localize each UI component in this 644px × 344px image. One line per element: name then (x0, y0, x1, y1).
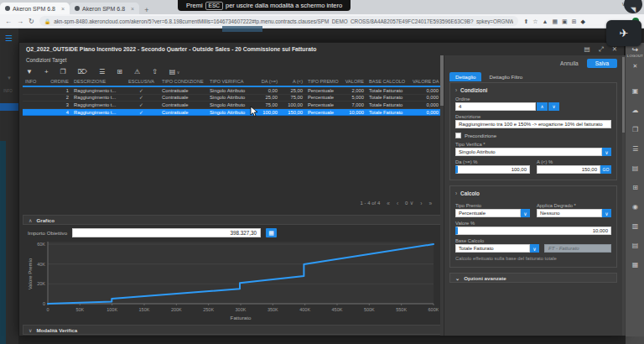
document-icon[interactable]: ▤ (632, 164, 639, 172)
warning-icon[interactable]: ⚠ (134, 68, 140, 76)
tab-dettaglio[interactable]: Dettaglio (449, 72, 481, 81)
browser-tab-2[interactable]: Akeron SPM 6.8 × (70, 3, 139, 14)
toast-text: per uscire dalla modalità a schermo inte… (226, 2, 342, 9)
copy-icon[interactable]: ❐ (632, 126, 638, 133)
column-header[interactable]: TIPO CONDIZIONE (159, 79, 207, 84)
tab-dettaglio-filtro[interactable]: Dettaglio Filtro (483, 72, 528, 81)
table-row[interactable]: 3Raggiungimento t...✓ContrattualeSingolo… (23, 102, 441, 109)
chevron-down-icon[interactable]: ∨ (602, 209, 611, 217)
go-button[interactable]: GO (600, 165, 611, 174)
annulla-button[interactable]: Annulla (560, 60, 579, 66)
save-icon[interactable]: ▣ (632, 87, 639, 95)
expand-icon[interactable]: ⤢ (599, 45, 604, 54)
export-icon[interactable]: ▤ ∨ (169, 68, 180, 76)
list-icon[interactable]: ☰ (632, 145, 638, 153)
cloud-icon[interactable]: ☁ (632, 107, 639, 114)
browser-tab-1[interactable]: Akeron SPM 6.8 × (0, 3, 70, 14)
a-input[interactable]: 150,00 (537, 165, 600, 174)
filter-icon[interactable]: ▼ (26, 68, 33, 76)
importo-obiettivo-label: Importo Obiettivo (28, 230, 67, 236)
chart-refresh-button[interactable]: ▦ (266, 228, 277, 237)
caret-down-icon: ∨ (175, 70, 179, 75)
tab-close-icon[interactable]: × (131, 6, 134, 12)
grid-extension-icon[interactable]: ⊞ (572, 18, 577, 24)
column-header[interactable]: TIPO VERIFICA (207, 79, 255, 84)
app-background: ☰ ▼ INFO Q2_2022_OUTSIDE Piano Incentivo… (0, 29, 644, 344)
next-page-icon[interactable]: › (420, 201, 422, 206)
report-icon[interactable]: ▤ (584, 45, 590, 53)
address-bar[interactable]: 🔒 akn-spm-8480.akeroncloud.com/akeron/5?… (39, 16, 519, 26)
svg-text:200K: 200K (171, 307, 182, 312)
applica-degrado-select[interactable]: Nessuno ∨ (537, 209, 611, 217)
info-icon[interactable]: ◉ (632, 203, 638, 211)
last-page-icon[interactable]: » (428, 201, 432, 206)
condizioni-section-header[interactable]: ›Condizioni (455, 87, 611, 93)
pin-extension-icon[interactable]: ◆ (581, 18, 585, 24)
importo-obiettivo-input[interactable]: 398.327,30 (72, 228, 261, 237)
chevron-down-icon[interactable]: ∨ (530, 244, 539, 253)
base-calcolo-select[interactable]: Totale Fatturato ∨ (455, 244, 539, 253)
column-header[interactable]: A (<) (280, 79, 305, 84)
tipo-verifica-select[interactable]: Singolo Attributo ∨ (455, 148, 611, 156)
column-header[interactable]: VALORE DA (410, 79, 441, 84)
prev-page-icon[interactable]: ‹ (397, 201, 398, 206)
row-density-icon[interactable]: ☰ (99, 68, 105, 76)
file-export-icon[interactable]: ▦ (632, 261, 639, 268)
column-header[interactable]: DESCRIZIONE (71, 79, 123, 84)
file-add-icon[interactable]: ▤ (632, 242, 639, 249)
menu-icon[interactable]: ☰ (5, 34, 13, 43)
new-tab-button[interactable]: + (139, 6, 153, 14)
table-row[interactable]: 1Raggiungimento t...✓ContrattualeSingolo… (23, 87, 441, 95)
site-security-icon[interactable]: 🔒 (44, 18, 51, 24)
column-header[interactable]: VALORE (341, 79, 366, 84)
descrizione-input[interactable]: Raggiungimento tra 100 e 150% -> erogazi… (455, 120, 611, 128)
precondizione-checkbox[interactable] (455, 133, 461, 138)
opzioni-avanzate-section-header[interactable]: ⌄ Opzioni avanzate (449, 273, 617, 283)
panel-scrollbar[interactable] (622, 55, 625, 336)
column-header[interactable]: INFO (23, 79, 42, 84)
password-extension-icon[interactable]: ▣ (562, 18, 568, 24)
tipo-premio-select[interactable]: Percentuale ∨ (455, 209, 530, 217)
upload-icon[interactable]: ⇧ (152, 68, 158, 76)
add-icon[interactable]: + (44, 68, 49, 76)
close-panel-icon[interactable]: ✕ (633, 63, 638, 70)
page-select[interactable]: 0 ∨ (405, 200, 413, 206)
valore-input[interactable]: 10,000 (455, 227, 611, 235)
back-icon[interactable]: ← (5, 18, 12, 25)
chevron-down-icon[interactable]: ∨ (521, 209, 530, 217)
duplicate-icon[interactable]: ❐ (60, 68, 66, 76)
column-header[interactable]: DA (>=) (255, 79, 280, 84)
forward-icon[interactable]: → (17, 18, 23, 25)
bookmark-star-icon[interactable]: ☆ (532, 18, 538, 24)
grid-icon[interactable]: ⊞ (632, 184, 638, 191)
step-down-icon[interactable]: ∨ (548, 102, 559, 111)
tab-close-icon[interactable]: × (61, 6, 65, 12)
salva-button[interactable]: Salva (587, 59, 617, 68)
chevron-down-icon[interactable]: ∨ (602, 148, 611, 156)
delete-icon[interactable]: ⌦ (78, 68, 87, 76)
column-header[interactable]: TIPO PREMIO (305, 79, 341, 84)
drive-extension-icon[interactable]: ▲ (543, 18, 548, 24)
first-page-icon[interactable]: « (387, 201, 390, 206)
table-row[interactable]: 2Raggiungimento t...✓ContrattualeSingolo… (23, 95, 441, 102)
table-row[interactable]: 4Raggiungimento t...✓ContrattualeSingolo… (23, 109, 441, 117)
screenshare-overlay-button[interactable]: ✈ (606, 20, 641, 46)
modalita-verifica-section-header[interactable]: ∨ Modalità Verifica (23, 325, 441, 335)
da-input[interactable]: 100,00 (455, 165, 530, 174)
column-header[interactable]: BASE CALCOLO (366, 79, 410, 84)
column-header[interactable]: ORDINE (42, 79, 71, 84)
columns-icon[interactable]: ⊞ (117, 68, 122, 76)
share-icon[interactable]: ⬆ (523, 18, 528, 24)
grafico-section-header[interactable]: ∧ Grafico (23, 215, 441, 225)
ordine-input[interactable]: 4 (455, 102, 536, 111)
column-header[interactable]: ESCLUSIVA (123, 79, 159, 84)
cell-tipo_premio: Percentuale (305, 88, 341, 93)
logout-icon[interactable]: ↪ (632, 45, 639, 54)
file-icon[interactable]: ▥ (632, 222, 639, 230)
step-up-icon[interactable]: ∧ (537, 102, 548, 111)
calcolo-section-header[interactable]: ›Calcolo (455, 190, 611, 196)
close-icon[interactable]: ✕ (612, 45, 617, 53)
check-icon: ✓ (123, 95, 159, 100)
extension-icon[interactable]: ▦ (552, 18, 558, 24)
reload-icon[interactable]: ↻ (29, 18, 34, 25)
